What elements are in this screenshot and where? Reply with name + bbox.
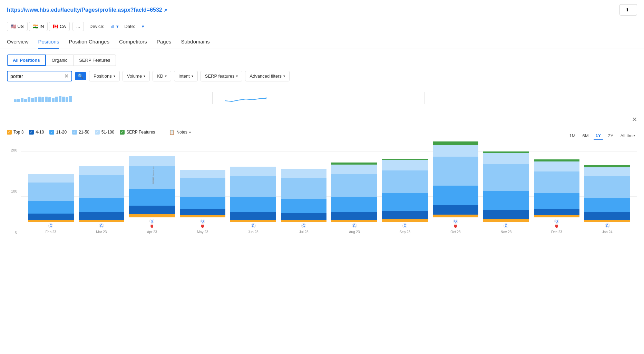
red-flag-marker [454, 225, 457, 228]
bar-segment-pos2150 [534, 171, 580, 193]
y-label-200: 200 [11, 148, 17, 152]
main-tab-subdomains[interactable]: Subdomains [181, 35, 209, 49]
legend-item-11-20[interactable]: ✓ 11-20 [49, 130, 67, 135]
notes-button[interactable]: 📋 Notes ▾ [169, 130, 191, 135]
chart-legend: ✓ Top 3 ✓ 4-10 ✓ 11-20 ✓ 21-50 ✓ 51-100 … [7, 129, 191, 136]
main-tab-positions[interactable]: Positions [38, 35, 59, 49]
google-icon: G [352, 223, 357, 228]
sub-tab-all-positions[interactable]: All Positions [7, 55, 46, 66]
bar-segment-top3 [382, 219, 428, 222]
main-tab-pages[interactable]: Pages [157, 35, 172, 49]
bar-segment-top3 [331, 220, 377, 222]
mini-bar [45, 97, 48, 102]
y-label-100: 100 [11, 189, 17, 193]
sub-tab-serp-features[interactable]: SERP Features [73, 55, 116, 66]
device-label: Device: [89, 24, 104, 29]
mini-bar [59, 96, 61, 102]
red-flag-marker [201, 225, 204, 228]
bar-month-label: Dec 23 [551, 230, 562, 234]
filter-intent-button[interactable]: Intent ▾ [174, 71, 198, 81]
mini-bar [28, 97, 30, 102]
bar-group-nov-23: GNov 23 [483, 151, 529, 234]
legend-item-51-100[interactable]: ✓ 51-100 [95, 130, 114, 135]
bar-segment-pos51100 [483, 153, 529, 165]
keywords-value-row [7, 94, 205, 102]
date-label: Date: [124, 24, 135, 29]
traffic-value-row [219, 94, 418, 104]
y-axis: 200 100 0 [7, 148, 19, 234]
main-tab-position-changes[interactable]: Position Changes [69, 35, 109, 49]
sub-tab-organic[interactable]: Organic [46, 55, 74, 66]
bar-segment-pos410 [584, 212, 630, 220]
bar-segment-top3 [433, 215, 479, 217]
time-range-2y[interactable]: 2Y [606, 132, 615, 140]
mini-bar [17, 99, 20, 102]
stats-row [0, 86, 644, 110]
main-tab-overview[interactable]: Overview [7, 35, 29, 49]
filter-positions-button[interactable]: Positions ▾ [89, 71, 120, 81]
country-button-ca[interactable]: 🇨🇦 CA [49, 22, 70, 31]
bar-group-mar-23: GMar 23 [79, 166, 125, 234]
google-icon: G [99, 223, 104, 228]
keywords-mini-chart [14, 94, 72, 102]
bar-segment-pos1120 [28, 201, 74, 214]
time-range-1m[interactable]: 1M [567, 132, 577, 140]
bar-segment-pos51100 [281, 169, 327, 178]
export-pdf-button[interactable]: ⬆ [619, 4, 637, 16]
bar-group-jan-24: GJan 24 [584, 165, 630, 234]
bar-segment-top3 [281, 220, 327, 222]
time-range-6m[interactable]: 6M [580, 132, 591, 140]
bar-segment-pos1120 [281, 199, 327, 213]
legend-item-top-3[interactable]: ✓ Top 3 [7, 130, 23, 135]
bar-chart: 200 100 0 GFeb 23GMar 23SERP featuresGAp… [7, 148, 637, 245]
search-input[interactable] [10, 73, 62, 79]
mini-bar [41, 97, 44, 102]
page-title: https://www.hbs.edu/faculty/Pages/profil… [7, 7, 167, 13]
time-range-1y[interactable]: 1Y [594, 131, 603, 140]
device-date-bar: Device: 🖥 ▾ Date: ▾ [89, 24, 149, 29]
chart-close-button[interactable]: ✕ [632, 116, 637, 123]
legend-item-4-10[interactable]: ✓ 4-10 [29, 130, 44, 135]
date-selector[interactable]: ▾ [141, 24, 144, 29]
filter-advanced-filters-button[interactable]: Advanced filters ▾ [245, 71, 290, 81]
serp-dashed-line [152, 156, 152, 234]
bar-segment-pos2150 [382, 170, 428, 193]
country-button-in[interactable]: 🇮🇳 IN [29, 22, 48, 31]
time-range-all-time[interactable]: All time [618, 132, 637, 140]
search-submit-button[interactable]: 🔍 [75, 72, 86, 80]
filter-serp-features-button[interactable]: SERP features ▾ [201, 71, 243, 81]
country-button-us[interactable]: 🇺🇸 US [7, 22, 28, 31]
legend-item-21-50[interactable]: ✓ 21-50 [72, 130, 89, 135]
mini-bar [69, 96, 72, 102]
bar-month-label: Oct 23 [450, 230, 460, 234]
mini-bar [62, 97, 65, 102]
filter-volume-button[interactable]: Volume ▾ [123, 71, 150, 81]
clear-search-button[interactable]: ✕ [64, 73, 69, 79]
device-selector[interactable]: 🖥 ▾ [110, 24, 119, 29]
mini-bar [24, 99, 27, 102]
page-url-link[interactable]: https://www.hbs.edu/faculty/Pages/profil… [7, 7, 162, 13]
bar-group-feb-23: GFeb 23 [28, 174, 74, 234]
main-tab-competitors[interactable]: Competitors [119, 35, 147, 49]
bar-segment-pos1120 [180, 197, 226, 209]
chart-canvas: GFeb 23GMar 23SERP featuresGApr 23GMay 2… [21, 148, 637, 234]
google-icon: G [251, 223, 256, 228]
bar-segment-pos410 [230, 212, 276, 220]
more-countries-button[interactable]: ... [72, 22, 84, 31]
google-icon: G [453, 219, 458, 224]
bar-group-may-23: GMay 23 [180, 170, 226, 234]
filter-kd-button[interactable]: KD ▾ [153, 71, 171, 81]
chart-header: ✕ [7, 116, 637, 123]
mini-bar [35, 97, 37, 102]
bar-segment-pos2150 [483, 164, 529, 191]
mini-bar [48, 97, 51, 102]
bar-segment-pos51100 [433, 145, 479, 157]
bar-month-label: May 23 [197, 230, 208, 234]
bar-group-aug-23: GAug 23 [331, 163, 377, 234]
filter-row: ✕ 🔍 Positions ▾Volume ▾KD ▾Intent ▾SERP … [0, 66, 644, 86]
traffic-cost-stat [425, 92, 637, 104]
bar-month-label: Jul 23 [299, 230, 309, 234]
bar-month-label: Mar 23 [96, 230, 107, 234]
legend-item-serp-features[interactable]: ✓ SERP Features [120, 130, 155, 135]
bar-segment-pos1120 [534, 193, 580, 209]
